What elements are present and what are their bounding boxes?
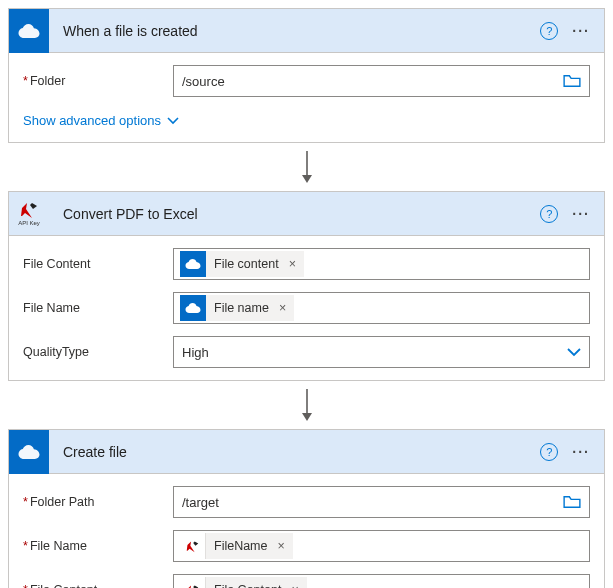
more-menu-icon[interactable]: ···: [566, 23, 596, 39]
api-key-icon: [180, 533, 206, 559]
folder-path-input[interactable]: [180, 494, 555, 511]
quality-type-label: QualityType: [23, 345, 173, 359]
onedrive-icon: [9, 9, 49, 53]
folder-input[interactable]: [180, 73, 555, 90]
step-convert-pdf-to-excel: API Key Convert PDF to Excel ? ··· File …: [8, 191, 605, 381]
chip-label: File Content: [214, 583, 281, 588]
folder-picker-icon[interactable]: [561, 495, 583, 509]
api-key-icon: [180, 577, 206, 588]
chip-label: FileName: [214, 539, 268, 553]
step3-body: Folder Path File Name FileName ×: [9, 474, 604, 588]
onedrive-icon: [180, 251, 206, 277]
flow-arrow: [8, 143, 605, 191]
file-name-field[interactable]: FileName ×: [173, 530, 590, 562]
file-content-chip[interactable]: File content ×: [180, 251, 304, 277]
folder-path-label: Folder Path: [23, 495, 173, 509]
chip-label: File name: [214, 301, 269, 315]
help-icon[interactable]: ?: [540, 22, 558, 40]
file-name-field[interactable]: File name ×: [173, 292, 590, 324]
api-key-icon: API Key: [9, 192, 49, 236]
onedrive-icon: [9, 430, 49, 474]
file-name-label: File Name: [23, 539, 173, 553]
file-content-chip[interactable]: File Content ×: [180, 577, 307, 588]
show-advanced-options-link[interactable]: Show advanced options: [23, 109, 179, 130]
folder-picker-icon[interactable]: [561, 74, 583, 88]
chip-remove-icon[interactable]: ×: [276, 539, 285, 553]
help-icon[interactable]: ?: [540, 205, 558, 223]
folder-label: Folder: [23, 74, 173, 88]
quality-type-value: High: [182, 345, 209, 360]
step1-header[interactable]: When a file is created ? ···: [9, 9, 604, 53]
quality-type-dropdown[interactable]: High: [173, 336, 590, 368]
folder-field[interactable]: [173, 65, 590, 97]
more-menu-icon[interactable]: ···: [566, 206, 596, 222]
step-when-file-created: When a file is created ? ··· Folder Show…: [8, 8, 605, 143]
step3-header[interactable]: Create file ? ···: [9, 430, 604, 474]
file-content-label: File Content: [23, 583, 173, 588]
onedrive-icon: [180, 295, 206, 321]
chip-remove-icon[interactable]: ×: [287, 257, 296, 271]
file-content-field[interactable]: File content ×: [173, 248, 590, 280]
file-name-chip[interactable]: File name ×: [180, 295, 294, 321]
file-name-label: File Name: [23, 301, 173, 315]
file-name-chip[interactable]: FileName ×: [180, 533, 293, 559]
step2-title: Convert PDF to Excel: [49, 206, 540, 222]
file-content-field[interactable]: File Content ×: [173, 574, 590, 588]
chip-label: File content: [214, 257, 279, 271]
step-create-file: Create file ? ··· Folder Path File Name …: [8, 429, 605, 588]
step2-header[interactable]: API Key Convert PDF to Excel ? ···: [9, 192, 604, 236]
step1-body: Folder Show advanced options: [9, 53, 604, 142]
chip-remove-icon[interactable]: ×: [289, 583, 298, 588]
chevron-down-icon: [167, 117, 179, 125]
step2-body: File Content File content × File Name: [9, 236, 604, 380]
api-key-caption: API Key: [18, 220, 40, 226]
more-menu-icon[interactable]: ···: [566, 444, 596, 460]
step3-title: Create file: [49, 444, 540, 460]
flow-arrow: [8, 381, 605, 429]
chip-remove-icon[interactable]: ×: [277, 301, 286, 315]
chevron-down-icon: [567, 348, 581, 357]
folder-path-field[interactable]: [173, 486, 590, 518]
file-content-label: File Content: [23, 257, 173, 271]
advanced-options-label: Show advanced options: [23, 113, 161, 128]
step1-title: When a file is created: [49, 23, 540, 39]
help-icon[interactable]: ?: [540, 443, 558, 461]
